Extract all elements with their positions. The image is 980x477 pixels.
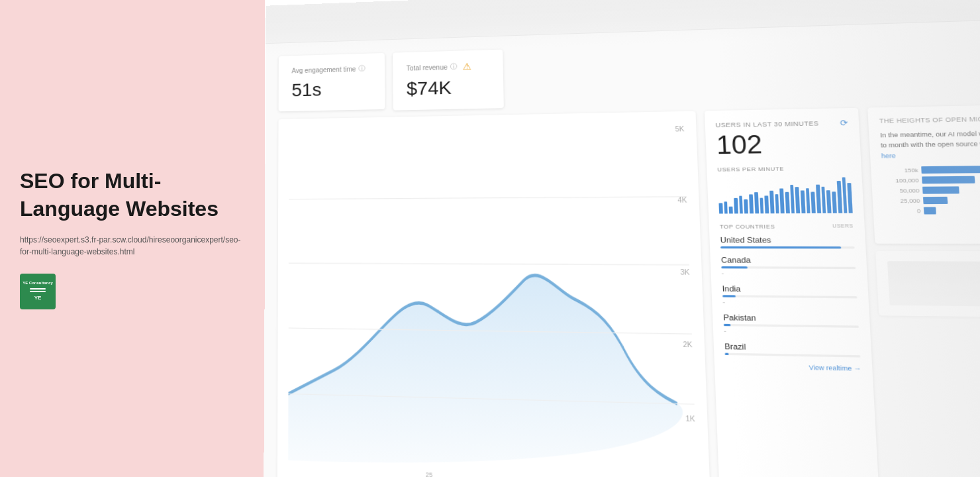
h-bar-fill-4	[923, 197, 948, 204]
bar-4	[734, 197, 738, 213]
view-realtime-link[interactable]: View realtime →	[725, 362, 861, 372]
country-dash-pk: -	[724, 327, 859, 337]
bar-22	[826, 190, 831, 213]
bar-19	[811, 191, 816, 213]
info-icon: ⓘ	[359, 64, 366, 74]
y-label-1k: 1K	[685, 415, 695, 423]
bar-2	[724, 201, 728, 214]
country-name-ca: Canada	[721, 256, 856, 265]
y-label-4k: 4K	[677, 196, 687, 204]
h-bar-label-3: 50,000	[883, 187, 920, 194]
logo-text: YE Consultancy	[23, 281, 53, 286]
y-label-2k: 2K	[683, 341, 693, 349]
horizontal-bar-chart: 150k 100,000 50,000 25,000	[882, 165, 980, 215]
right-card-secondary	[875, 251, 980, 318]
bar-24	[837, 181, 842, 213]
right-card-text: In the meantime, our AI model will guess…	[880, 128, 980, 161]
h-bar-row-1: 150k	[882, 165, 980, 174]
country-row-in: India -	[722, 284, 858, 307]
bar-10	[765, 195, 769, 213]
analytics-screenshot: Avg engagement time ⓘ 51s Total revenue …	[264, 0, 980, 477]
bar-6	[744, 199, 748, 213]
main-content: 5K 4K 3K 2K 1K 0	[264, 104, 980, 477]
bar-1	[718, 203, 722, 213]
bar-13	[779, 188, 784, 213]
h-bar-fill-5	[924, 207, 936, 215]
country-row-ca: Canada -	[721, 256, 856, 278]
country-bar-ca	[721, 266, 856, 269]
country-name-br: Brazil	[724, 342, 860, 353]
bar-8	[754, 192, 759, 213]
revenue-label: Total revenue ⓘ ⚠	[407, 60, 489, 73]
country-name-us: United States	[720, 236, 854, 244]
bar-15	[790, 185, 795, 213]
h-bar-row-3: 50,000	[883, 186, 980, 195]
country-row-pk: Pakistan -	[723, 313, 859, 337]
line-chart-section: 5K 4K 3K 2K 1K 0	[277, 111, 712, 477]
right-card-main: THE HEIGHTS OF OPEN MIC USE In the meant…	[867, 104, 980, 244]
page-title: SEO for Multi-Language Websites	[20, 168, 245, 223]
h-bar-label-4: 25,000	[884, 197, 920, 204]
bar-14	[785, 192, 790, 213]
h-bar-fill-2	[922, 176, 975, 184]
country-bar-br	[725, 353, 861, 358]
bar-18	[806, 188, 810, 213]
bar-16	[795, 187, 800, 213]
h-bar-row-5: 0	[884, 207, 980, 215]
bar-20	[816, 185, 821, 213]
revenue-card: Total revenue ⓘ ⚠ $74K	[393, 50, 504, 111]
bar-26	[848, 183, 853, 213]
y-label-5k: 5K	[675, 125, 684, 133]
country-bar-fill-us	[720, 246, 841, 249]
country-name-pk: Pakistan	[723, 313, 858, 323]
info-icon2: ⓘ	[450, 62, 458, 72]
logo-badge: YE Consultancy YE	[20, 274, 56, 309]
h-bar-fill-1	[921, 166, 980, 174]
country-bar-us	[720, 246, 855, 249]
h-bar-label-1: 150k	[882, 167, 918, 174]
h-bar-label-2: 100,000	[883, 177, 919, 184]
engagement-value: 51s	[291, 78, 371, 101]
engagement-card: Avg engagement time ⓘ 51s	[279, 53, 385, 111]
country-name-in: India	[722, 284, 857, 294]
logo-icon-line1	[30, 288, 46, 290]
bar-21	[821, 186, 826, 213]
country-bar-fill-br	[725, 353, 729, 355]
users-panel-header: USERS IN LAST 30 MINUTES ⟳	[715, 118, 848, 130]
country-bar-fill-pk	[724, 324, 730, 326]
bar-7	[749, 194, 754, 214]
country-bar-fill-ca	[721, 266, 748, 268]
h-bar-row-2: 100,000	[883, 176, 980, 184]
svg-line-1	[289, 263, 689, 264]
logo-subtext: YE	[34, 295, 42, 301]
users-panel: USERS IN LAST 30 MINUTES ⟳ 102 USERS PER…	[705, 108, 882, 477]
country-row-br: Brazil	[724, 342, 860, 357]
bar-3	[729, 207, 733, 214]
country-dash-in: -	[722, 299, 858, 307]
users-count: 102	[716, 131, 850, 158]
revenue-value: $74K	[407, 76, 489, 99]
h-bar-row-4: 25,000	[883, 196, 980, 204]
bar-23	[832, 191, 836, 213]
line-chart-svg	[288, 129, 697, 475]
x-label-25: 25	[426, 471, 433, 477]
right-panels: THE HEIGHTS OF OPEN MIC USE In the meant…	[867, 104, 980, 477]
users-per-min-label: USERS PER MINUTE	[717, 165, 850, 173]
bar-5	[739, 196, 744, 214]
country-row-us: United States	[720, 236, 854, 249]
svg-line-0	[289, 197, 687, 199]
bar-11	[769, 190, 774, 213]
analytics-content: Avg engagement time ⓘ 51s Total revenue …	[264, 0, 980, 477]
right-card-title: THE HEIGHTS OF OPEN MIC USE	[879, 115, 980, 125]
country-bar-in	[722, 295, 858, 298]
bar-9	[760, 197, 764, 213]
country-bar-fill-in	[722, 295, 736, 297]
bar-17	[801, 190, 805, 213]
h-bar-fill-3	[922, 187, 959, 194]
top-countries-label: TOP COUNTRIES USERS	[720, 223, 854, 230]
warning-icon: ⚠	[463, 61, 472, 72]
country-dash-ca: -	[722, 270, 856, 278]
page-url: https://seoexpert.s3.fr-par.scw.cloud/hi…	[20, 234, 245, 258]
users-bar-chart	[718, 177, 853, 213]
realtime-icon: ⟳	[840, 118, 848, 128]
